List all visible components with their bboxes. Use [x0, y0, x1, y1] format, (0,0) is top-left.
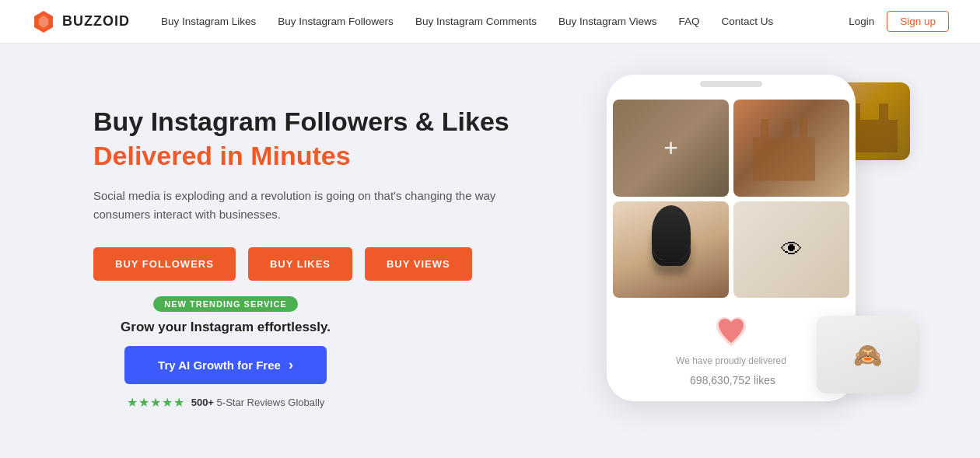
float-card-eye	[817, 316, 918, 393]
grow-text: Grow your Instagram effortlessly.	[121, 320, 331, 335]
stats-unit: likes	[754, 374, 775, 386]
logo[interactable]: BUZZOID	[31, 9, 130, 34]
nav-buy-comments[interactable]: Buy Instagram Comments	[415, 16, 537, 27]
photo-4	[733, 201, 849, 299]
ai-btn-arrow-icon: ›	[289, 357, 293, 373]
heart-icon	[712, 313, 751, 349]
main-content: Buy Instagram Followers & Likes Delivere…	[0, 44, 980, 458]
review-label: 5-Star Reviews Globally	[217, 397, 325, 408]
phone-notch-bar	[700, 81, 762, 87]
trending-section: NEW TRENDING SERVICE Grow your Instagram…	[109, 296, 342, 410]
nav-contact[interactable]: Contact Us	[722, 16, 774, 27]
nav-buy-views[interactable]: Buy Instagram Views	[558, 16, 657, 27]
stats-count: 698,630,752likes	[619, 369, 843, 389]
main-nav: Buy Instagram Likes Buy Instagram Follow…	[161, 16, 849, 27]
header: BUZZOID Buy Instagram Likes Buy Instagra…	[0, 0, 980, 44]
eye-image	[817, 316, 918, 393]
login-button[interactable]: Login	[849, 16, 874, 27]
hero-description: Social media is exploding and a revoluti…	[93, 187, 498, 224]
ai-btn-label: Try AI Growth for Free	[158, 358, 281, 372]
reviews-row: ★★★★★ 500+ 5-Star Reviews Globally	[127, 395, 325, 410]
photo-2	[733, 100, 849, 197]
heart-icon-container	[619, 313, 843, 349]
nav-actions: Login Sign up	[849, 11, 949, 32]
hero-subheadline: Delivered in Minutes	[93, 141, 544, 171]
buy-likes-button[interactable]: BUY LIKES	[248, 247, 352, 281]
nav-buy-followers[interactable]: Buy Instagram Followers	[278, 16, 394, 27]
review-text: 500+ 5-Star Reviews Globally	[191, 397, 325, 408]
stats-number-value: 698,630,752	[690, 374, 751, 386]
stats-delivered-label: We have proudly delivered	[619, 355, 843, 366]
buy-followers-button[interactable]: BUY FOLLOWERS	[93, 247, 236, 281]
nav-faq[interactable]: FAQ	[679, 16, 700, 27]
photo-3	[613, 201, 729, 299]
ai-growth-button[interactable]: Try AI Growth for Free ›	[124, 346, 327, 384]
hero-left: Buy Instagram Followers & Likes Delivere…	[93, 75, 544, 410]
photo-1	[613, 100, 729, 197]
signup-button[interactable]: Sign up	[887, 11, 949, 32]
nav-buy-likes[interactable]: Buy Instagram Likes	[161, 16, 256, 27]
cta-buttons-row: BUY FOLLOWERS BUY LIKES BUY VIEWS	[93, 247, 544, 281]
buy-views-button[interactable]: BUY VIEWS	[365, 247, 472, 281]
star-icons: ★★★★★	[127, 395, 185, 410]
phone-photo-grid	[607, 93, 856, 304]
logo-icon	[31, 9, 56, 34]
trending-badge: NEW TRENDING SERVICE	[153, 296, 297, 312]
review-count: 500+	[191, 397, 214, 408]
brand-name: BUZZOID	[62, 13, 130, 30]
phone-notch	[607, 75, 856, 93]
hero-headline: Buy Instagram Followers & Likes	[93, 106, 544, 138]
hero-right: We have proudly delivered 698,630,752lik…	[544, 67, 918, 440]
